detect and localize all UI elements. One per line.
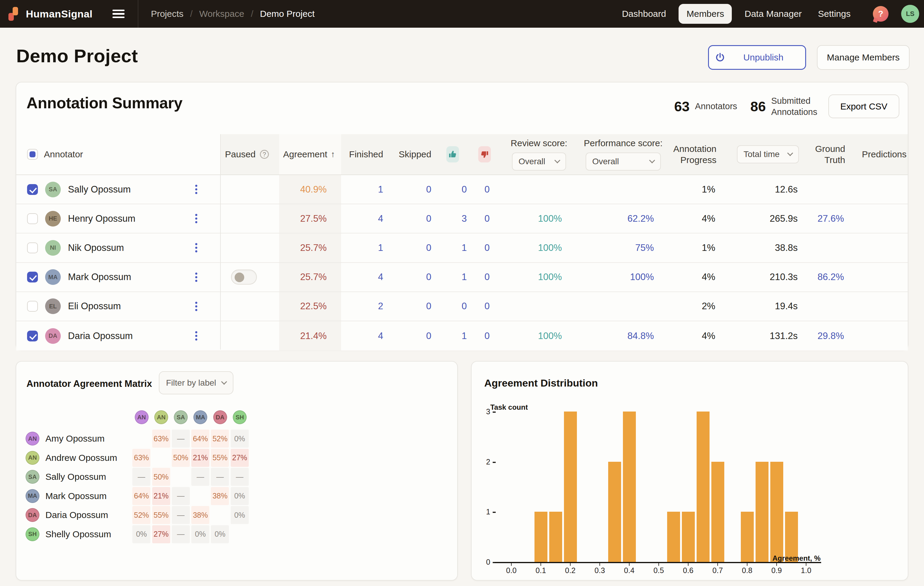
rejected-value: 0 [469,233,500,262]
table-row[interactable]: MAMark Opossum25.7%4010100%100%4%210.3s8… [16,263,908,292]
chart-xtick-label: 0.1 [529,566,553,575]
matrix-grid: ANAmy Opossum63%—64%52%0%ANAndrew Opossu… [26,429,249,543]
chart-xtick [658,563,659,566]
matrix-cell: 38% [211,487,229,505]
chart-xtick-label: 0.2 [558,566,582,575]
export-csv-button[interactable]: Export CSV [828,94,899,118]
submitted-label: Submitted Annotations [771,95,819,117]
row-menu-button[interactable] [193,299,200,314]
nav-data-manager[interactable]: Data Manager [744,9,802,19]
user-avatar[interactable]: LS [901,5,919,23]
row-checkbox[interactable] [27,184,38,195]
chart-bar [667,512,680,562]
table-row[interactable]: DADaria Opossum21.4%4010100%84.8%4%131.2… [16,321,908,350]
chart-xtick-label: 0.8 [735,566,759,575]
review-score-value: 100% [500,263,578,292]
submitted-count: 86 [751,98,766,115]
brand-name: HumanSignal [26,8,92,20]
breadcrumb-projects[interactable]: Projects [151,9,183,19]
row-checkbox[interactable] [27,330,38,342]
predictions-value [864,233,909,262]
help-question-icon[interactable]: ? [260,150,269,159]
table-row[interactable]: HEHenry Opossum27.5%4030100%62.2%4%265.9… [16,204,908,233]
total-time-value: 38.8s [731,233,816,262]
matrix-row-name: Andrew Opossum [45,453,117,463]
chart-xtick [599,563,601,566]
chart-ytick-label: 0 [472,558,490,566]
annotation-progress-value: 4% [668,321,731,350]
matrix-cell: 64% [132,487,150,505]
chart-xtick-label: 0.5 [647,566,671,575]
breadcrumb-workspace[interactable]: Workspace [199,9,244,19]
row-menu-button[interactable] [193,270,200,284]
select-all-checkbox[interactable] [27,149,38,160]
matrix-cell [132,429,150,447]
nav-dashboard[interactable]: Dashboard [622,9,666,19]
table-row[interactable]: ELEli Opossum22.5%20002%19.4s [16,292,908,321]
row-menu-button[interactable] [193,329,200,343]
performance-score-value [578,292,668,321]
avatar: MA [45,269,61,285]
review-score-value: 100% [500,204,578,233]
chart-ytick-label: 2 [472,457,490,466]
chart-ytick-label: 1 [472,507,490,516]
hamburger-menu-icon[interactable] [112,10,125,18]
accepted-value: 1 [436,321,469,350]
row-checkbox[interactable] [27,272,38,282]
ground-truth-value [816,175,864,204]
table-row[interactable]: SASally Opossum40.9%10001%12.6s [16,175,908,204]
chart-xtick [511,563,512,566]
row-checkbox[interactable] [27,213,38,224]
sort-ascending-icon: ↑ [331,150,335,159]
paused-cell [220,175,279,204]
col-paused: Paused [225,149,256,159]
matrix-cell: 64% [191,429,210,447]
matrix-cell [211,506,229,524]
unpublish-button[interactable]: Unpublish [708,45,806,70]
annotator-cell: MAMark Opossum [16,263,220,292]
col-finished: Finished [341,134,388,175]
matrix-row-label: ANAndrew Opossum [26,449,131,467]
total-time-select[interactable]: Total time [737,145,799,163]
avatar: EL [45,299,61,314]
col-predictions: Predictions [864,134,909,175]
breadcrumb-current: Demo Project [260,9,315,19]
humansignal-logo-icon [8,7,20,21]
avatar: MA [26,489,40,503]
agreement-value: 21.4% [279,321,341,350]
chart-xtick [717,563,718,566]
chart-xtick [688,563,689,566]
matrix-row-name: Sally Opossum [45,472,106,482]
row-menu-button[interactable] [193,182,200,196]
brand[interactable]: HumanSignal [0,7,92,21]
nav-settings[interactable]: Settings [818,9,851,19]
matrix-cell: — [172,429,190,447]
paused-toggle[interactable] [231,269,257,285]
matrix-cell [172,468,190,486]
filter-by-label-select[interactable]: Filter by label [159,371,233,395]
row-menu-button[interactable] [193,241,200,255]
nav-members[interactable]: Members [678,4,732,24]
table-row[interactable]: NINik Opossum25.7%1010100%75%1%38.8s [16,233,908,262]
performance-score-select[interactable]: Overall [586,152,661,170]
row-checkbox[interactable] [27,301,38,312]
review-score-select[interactable]: Overall [512,152,566,170]
manage-members-button[interactable]: Manage Members [817,45,909,70]
chart-xtick-label: 1.0 [794,566,818,575]
annotation-progress-value: 4% [668,263,731,292]
matrix-cell: — [231,468,249,486]
breadcrumb-separator: / [251,9,253,19]
performance-score-value [578,175,668,204]
topbar: HumanSignal Projects / Workspace / Demo … [0,0,924,28]
avatar: AN [26,451,40,465]
chart-xtick-label: 0.0 [499,566,523,575]
chart-ytick [493,411,496,413]
total-time-value: 131.2s [731,321,816,350]
row-menu-button[interactable] [193,211,200,226]
chart-bar [623,411,636,562]
col-agreement[interactable]: Agreement ↑ [279,134,341,175]
matrix-row-label: ANAmy Opossum [26,429,131,447]
help-icon[interactable]: ? [873,6,889,21]
row-checkbox[interactable] [27,243,38,253]
total-time-value: 265.9s [731,204,816,233]
